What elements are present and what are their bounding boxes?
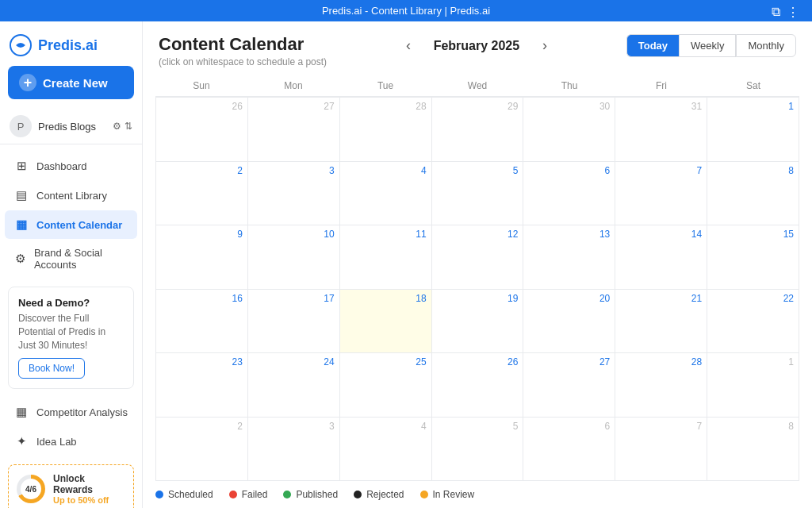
- calendar-cell[interactable]: 2: [156, 418, 248, 482]
- day-number: 23: [161, 356, 243, 368]
- calendar-cell[interactable]: 16: [156, 290, 248, 354]
- sidebar-item-content-library[interactable]: ▤ Content Library: [5, 181, 137, 210]
- book-now-button[interactable]: Book Now!: [18, 358, 85, 379]
- calendar-cell[interactable]: 17: [248, 290, 340, 354]
- calendar-cell[interactable]: 10: [248, 225, 340, 290]
- calendar-grid: 2627282930311234567891011121314151617181…: [155, 97, 799, 481]
- calendar-header: Content Calendar (click on whitespace to…: [143, 21, 812, 75]
- sidebar-item-content-calendar[interactable]: ▦ Content Calendar: [5, 210, 137, 239]
- sidebar-item-idea-lab[interactable]: ✦ Idea Lab: [5, 427, 137, 456]
- sidebar-item-label: Brand & Social Accounts: [34, 247, 128, 271]
- rewards-box[interactable]: 4/6 Unlock Rewards Up to 50% off: [8, 464, 134, 508]
- day-number: 20: [528, 293, 610, 304]
- calendar-cell[interactable]: 30: [523, 98, 615, 162]
- calendar-cell[interactable]: 9: [156, 225, 248, 290]
- calendar-cell[interactable]: 26: [156, 98, 248, 162]
- day-number: 6: [528, 165, 610, 176]
- calendar-cell[interactable]: 5: [432, 162, 524, 226]
- calendar-cell[interactable]: 13: [523, 225, 615, 290]
- calendar-month: February 2025: [425, 39, 528, 53]
- sidebar: Predis.ai + Create New P Predis Blogs ⚙ …: [0, 21, 143, 508]
- day-number: 12: [437, 229, 519, 240]
- day-number: 4: [345, 165, 427, 176]
- content-calendar-icon: ▦: [14, 217, 29, 232]
- calendar-cell[interactable]: 7: [615, 418, 707, 482]
- calendar-cell[interactable]: 4: [340, 162, 432, 226]
- calendar-cell[interactable]: 3: [248, 162, 340, 226]
- sidebar-item-dashboard[interactable]: ⊞ Dashboard: [5, 152, 137, 180]
- calendar-cell[interactable]: 2: [156, 162, 248, 226]
- copy-icon[interactable]: ⧉: [772, 5, 780, 20]
- calendar-cell[interactable]: 7: [615, 162, 707, 226]
- weekly-button[interactable]: Weekly: [679, 34, 736, 57]
- calendar-cell[interactable]: 24: [248, 353, 340, 418]
- content-library-icon: ▤: [14, 188, 29, 202]
- day-number: 30: [528, 101, 610, 112]
- calendar-cell[interactable]: 29: [432, 98, 524, 162]
- calendar-cell[interactable]: 5: [432, 418, 524, 482]
- day-number: 3: [253, 165, 335, 176]
- calendar-cell[interactable]: 1: [707, 98, 799, 162]
- calendar-cell[interactable]: 1: [707, 353, 799, 418]
- demo-description: Discover the Full Potential of Predis in…: [18, 312, 124, 352]
- predis-logo-icon: [10, 34, 32, 56]
- day-number: 3: [253, 421, 335, 432]
- rewards-subtitle: Up to 50% off: [53, 495, 125, 505]
- settings-icon[interactable]: ⚙: [113, 121, 121, 132]
- calendar-cell[interactable]: 6: [523, 162, 615, 226]
- sidebar-item-label: Competitor Analysis: [36, 406, 128, 418]
- view-buttons: Today Weekly Monthly: [626, 34, 796, 57]
- monthly-button[interactable]: Monthly: [736, 34, 796, 57]
- sidebar-item-label: Content Library: [36, 190, 107, 202]
- day-number: 27: [253, 101, 335, 112]
- calendar-cell[interactable]: 4: [340, 418, 432, 482]
- calendar-cell[interactable]: 19: [432, 290, 524, 354]
- create-new-button[interactable]: + Create New: [8, 66, 134, 99]
- scheduled-dot: [155, 491, 163, 498]
- account-row[interactable]: P Predis Blogs ⚙ ⇅: [0, 109, 142, 144]
- prev-month-button[interactable]: ‹: [400, 34, 417, 57]
- avatar-initial: P: [17, 121, 25, 133]
- content-area: Content Calendar (click on whitespace to…: [143, 21, 812, 508]
- calendar-cell[interactable]: 8: [707, 162, 799, 226]
- calendar-cell[interactable]: 12: [432, 225, 524, 290]
- sidebar-item-brand-social[interactable]: ⚙ Brand & Social Accounts: [5, 240, 137, 278]
- more-options-icon[interactable]: ⋮: [787, 5, 799, 20]
- calendar-cell[interactable]: 15: [707, 225, 799, 290]
- chevron-updown-icon[interactable]: ⇅: [124, 121, 132, 132]
- day-number: 19: [437, 293, 519, 304]
- calendar-cell[interactable]: 11: [340, 225, 432, 290]
- calendar-cell[interactable]: 31: [615, 98, 707, 162]
- calendar-cell[interactable]: 26: [432, 353, 524, 418]
- sidebar-item-competitor-analysis[interactable]: ▦ Competitor Analysis: [5, 398, 137, 426]
- demo-title: Need a Demo?: [18, 297, 124, 309]
- calendar-cell[interactable]: 22: [707, 290, 799, 354]
- day-number: 15: [712, 229, 794, 240]
- day-number: 10: [253, 229, 335, 240]
- today-button[interactable]: Today: [626, 34, 679, 57]
- calendar-cell[interactable]: 6: [523, 418, 615, 482]
- calendar-cell[interactable]: 27: [523, 353, 615, 418]
- calendar-cell[interactable]: 28: [615, 353, 707, 418]
- day-number: 29: [437, 101, 519, 112]
- day-number: 1: [712, 356, 794, 368]
- calendar-cell[interactable]: 8: [707, 418, 799, 482]
- calendar-cell[interactable]: 28: [340, 98, 432, 162]
- calendar-cell[interactable]: 25: [340, 353, 432, 418]
- calendar-cell[interactable]: 21: [615, 290, 707, 354]
- day-number: 17: [253, 293, 335, 304]
- calendar-cell[interactable]: 14: [615, 225, 707, 290]
- calendar-cell[interactable]: 23: [156, 353, 248, 418]
- calendar-days-header: Sun Mon Tue Wed Thu Fri Sat: [155, 75, 799, 97]
- day-number: 13: [528, 229, 610, 240]
- legend-in-review: In Review: [420, 489, 475, 500]
- nav-items: ⊞ Dashboard ▤ Content Library ▦ Content …: [0, 151, 142, 279]
- next-month-button[interactable]: ›: [536, 34, 553, 57]
- calendar-cell[interactable]: 27: [248, 98, 340, 162]
- calendar-cell[interactable]: 18: [340, 290, 432, 354]
- calendar-nav: ‹ February 2025 ›: [400, 34, 553, 57]
- calendar-cell[interactable]: 3: [248, 418, 340, 482]
- dashboard-icon: ⊞: [14, 159, 29, 173]
- bottom-nav-items: ▦ Competitor Analysis ✦ Idea Lab: [0, 397, 142, 456]
- calendar-cell[interactable]: 20: [523, 290, 615, 354]
